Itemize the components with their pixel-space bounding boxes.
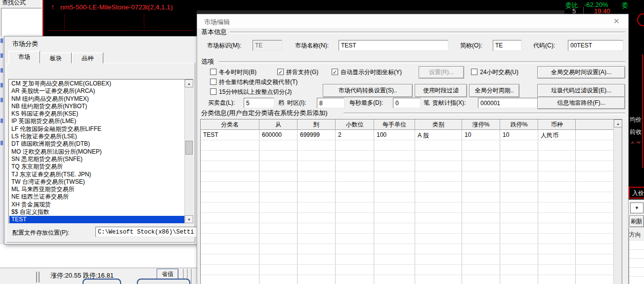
scroll-down-button[interactable]: ▼	[185, 215, 193, 223]
class-table-header[interactable]: 类别	[415, 120, 462, 130]
exchange-list-item[interactable]: ML 马来西亚期货交易所	[9, 186, 193, 193]
class-table-cell	[415, 151, 462, 161]
exchange-list[interactable]: CM 芝加哥商品交易所CME(GLOBEX)AR 美股统一证券交易所(ARCA)…	[8, 79, 193, 224]
exchange-list-item[interactable]: NB 纽约期货交易所(NYBOT)	[9, 103, 193, 110]
scroll-up-button[interactable]: ▲	[614, 120, 622, 127]
class-table-header[interactable]: 小数位	[336, 120, 374, 130]
scroll-up-button[interactable]: ▲	[185, 80, 193, 87]
exchange-list-item[interactable]: SN 悉尼期货交易所(SNFE)	[9, 156, 193, 163]
class-table-header[interactable]: 涨停%	[462, 120, 500, 130]
table-empty-row[interactable]	[201, 161, 622, 171]
market-name-input[interactable]: TEST	[339, 40, 448, 51]
class-table-header[interactable]: 分类名	[201, 120, 259, 130]
class-table-header[interactable]: 到	[298, 120, 336, 130]
tab-variety[interactable]: 品种	[72, 52, 103, 63]
pinyin-checkbox[interactable]: ✓	[277, 69, 284, 75]
global-period-button[interactable]: 全局分时周期..	[469, 84, 519, 97]
background-window-area	[0, 244, 197, 269]
chart-gridline-h	[47, 30, 194, 31]
background-button[interactable]	[83, 279, 121, 284]
exchange-list-item[interactable]: CM 芝加哥商品交易所CME(GLOBEX)	[9, 80, 193, 87]
table-empty-row[interactable]	[201, 171, 622, 182]
table-empty-row[interactable]	[201, 151, 622, 161]
table-empty-row[interactable]	[201, 244, 622, 254]
tab-board[interactable]: 板块	[40, 52, 72, 63]
per-second-input[interactable]: 0	[393, 98, 421, 108]
exchange-list-item[interactable]: LS 伦敦证券交易所(LSE)	[9, 133, 193, 140]
oi-struct-checkbox[interactable]	[210, 79, 216, 85]
class-table-header[interactable]: 币种	[538, 120, 576, 130]
exchange-list-item[interactable]: TQ 东京期货交易所	[9, 163, 193, 170]
min15-checkbox[interactable]	[210, 88, 216, 95]
exchange-list-item[interactable]: DT 德国欧洲期货交易所(DTB)	[9, 140, 193, 148]
class-table-header[interactable]: 跌停%	[500, 120, 538, 130]
table-empty-row[interactable]	[201, 275, 622, 284]
exchange-list-item[interactable]: LF 伦敦国际金融期货交易所LIFFE	[9, 125, 193, 133]
exchange-list-item[interactable]: NE 纽西兰证券交易所	[9, 193, 193, 201]
exchange-list-item[interactable]: $$ 自定义指数	[9, 208, 193, 216]
price-tab[interactable]: 入价	[629, 187, 644, 199]
exchange-list-item[interactable]: NM 纽约商品交易所(NYMEX)	[9, 95, 193, 103]
global-time-button[interactable]: 全局交易时间设置(A)...	[537, 66, 625, 79]
close-icon[interactable]: ✕	[613, 17, 620, 26]
splitter-handle[interactable]	[36, 272, 37, 283]
config-path-input[interactable]: C:\Weisoft Stock(x86)\Setti	[95, 227, 197, 237]
market-classification-dialog: 市场分类 市场 板块 品种 CM 芝加哥商品交易所CME(GLOBEX)AR 美…	[4, 36, 198, 244]
bid-levels-input[interactable]: 5	[244, 98, 274, 108]
table-empty-row[interactable]	[201, 182, 622, 192]
class-table-cell	[259, 182, 298, 192]
default-value-button[interactable]: 省值	[157, 269, 178, 280]
table-row[interactable]: TEST6000006999992100A 股1010人民币	[201, 130, 622, 140]
exchange-list-item[interactable]: XH 贵金属现货	[9, 201, 193, 208]
junk-filter-button[interactable]: 垃圾代码过滤设置(E)...	[537, 84, 625, 97]
exchange-list-item[interactable]: IP 英国期货交易所(LME)	[9, 118, 193, 125]
table-empty-row[interactable]	[201, 254, 622, 265]
code-convert-button[interactable]: 市场代码转换设置(S)..	[323, 84, 413, 97]
code-input[interactable]: 00TEST	[568, 40, 623, 51]
splitter-handle[interactable]	[39, 272, 40, 283]
table-empty-row[interactable]	[201, 265, 622, 275]
settings-button[interactable]: 设置(R)...	[419, 66, 464, 79]
scrollbar-thumb[interactable]	[185, 141, 193, 155]
table-empty-row[interactable]	[201, 234, 622, 244]
market-name-label: 市场名称(N):	[295, 42, 329, 49]
class-table-cell	[374, 254, 415, 264]
exchange-list-item[interactable]: MO 泛欧交易所法国分所(MONEP)	[9, 148, 193, 156]
direction-column-header[interactable]: 方向	[629, 228, 644, 242]
class-table-cell	[500, 192, 538, 202]
h24-checkbox[interactable]	[471, 69, 477, 75]
tab-market[interactable]: 市场	[8, 51, 40, 63]
short-name-input[interactable]: TE	[493, 40, 521, 51]
formula-listbox[interactable]	[1, 8, 42, 37]
table-empty-row[interactable]	[201, 192, 622, 203]
time-filter-button[interactable]: 使用时段过滤	[415, 84, 467, 97]
dst-checkbox[interactable]	[210, 69, 216, 75]
table-scrollbar[interactable]: ▲	[613, 120, 622, 284]
table-empty-row[interactable]	[201, 140, 622, 151]
class-table-header[interactable]	[576, 120, 614, 130]
market-id-input[interactable]: TE	[253, 40, 282, 51]
table-empty-row[interactable]	[201, 213, 622, 223]
dialog-title: 市场编辑	[204, 18, 230, 27]
combo-dropdown-button[interactable]: ▼	[630, 203, 644, 213]
table-empty-row[interactable]	[201, 223, 622, 234]
class-table-header[interactable]: 每手单位	[374, 120, 415, 130]
table-empty-row[interactable]	[201, 203, 622, 213]
class-table-cell	[538, 265, 576, 275]
exchange-list-item[interactable]: TEST	[9, 216, 187, 223]
exchange-list-item[interactable]: TW 台湾证券交易所(TWSE)	[9, 178, 193, 186]
class-table-header-row: 分类名从到小数位每手单位类别涨停%跌停%币种	[201, 120, 622, 130]
window-edge-icon	[0, 53, 3, 58]
info-mine-path-button[interactable]: 信息地雷路径(F)...	[537, 97, 625, 109]
contrib-index-input[interactable]: 000001	[478, 98, 541, 108]
exchange-list-item[interactable]: AR 美股统一证券交易所(ARCA)	[9, 87, 193, 95]
refresh-button[interactable]: 刷新	[629, 215, 644, 227]
class-table-cell	[500, 182, 538, 192]
exchange-list-item[interactable]: KS 韩国证券交易所(KSE)	[9, 110, 193, 118]
class-table-header[interactable]: 从	[259, 120, 298, 130]
timezone-input[interactable]: 8	[317, 98, 344, 108]
background-button[interactable]	[137, 279, 190, 284]
auto-axis-checkbox[interactable]: ✓	[332, 69, 338, 75]
exchange-list-scrollbar[interactable]: ▲ ▼	[184, 80, 193, 223]
exchange-list-item[interactable]: TJ 东京证券交易所(TSE. JPN)	[9, 171, 193, 178]
